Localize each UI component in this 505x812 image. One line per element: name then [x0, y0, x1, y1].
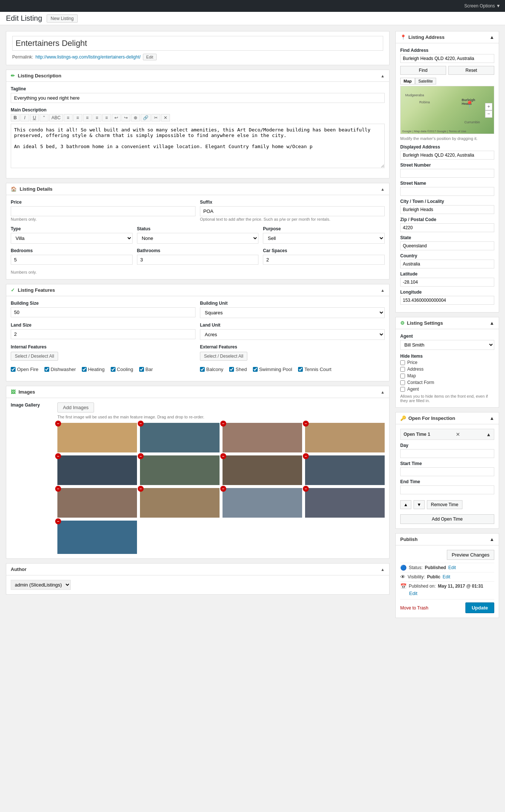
internal-select-deselect-btn[interactable]: Select / Deselect All: [11, 352, 58, 361]
listing-details-toggle[interactable]: ▲: [381, 187, 385, 191]
toolbar-bold[interactable]: B: [11, 114, 20, 121]
listing-details-header[interactable]: 🏠 Listing Details ▲: [6, 183, 389, 195]
author-header[interactable]: Author ▲: [6, 564, 389, 575]
bathrooms-input[interactable]: [137, 255, 259, 265]
status-select[interactable]: None Available Sold: [137, 233, 259, 244]
city-input[interactable]: [400, 205, 494, 214]
edit-permalink-button[interactable]: Edit: [143, 54, 157, 60]
open-time-arrow[interactable]: ▲: [486, 432, 491, 437]
map-zoom-in[interactable]: +: [485, 103, 492, 110]
check-shed[interactable]: Shed: [229, 367, 247, 372]
move-up-button[interactable]: ▲: [400, 500, 411, 509]
find-address-input[interactable]: [400, 54, 494, 63]
purpose-select[interactable]: Sell Rent: [263, 233, 385, 244]
hide-address[interactable]: Address: [400, 367, 494, 372]
publish-toggle[interactable]: ▲: [489, 537, 494, 542]
remove-time-button[interactable]: Remove Time: [427, 500, 462, 509]
find-button[interactable]: Find: [400, 66, 446, 75]
building-size-input[interactable]: [11, 307, 195, 317]
listing-description-toggle[interactable]: ▲: [381, 74, 385, 78]
listing-description-header[interactable]: ✏ Listing Description ▲: [6, 70, 389, 82]
author-toggle[interactable]: ▲: [381, 567, 385, 572]
listing-settings-header[interactable]: ⚙ Listing Settings ▲: [396, 317, 499, 329]
toolbar-link[interactable]: 🔗: [141, 114, 151, 121]
images-header[interactable]: 🖼 Images ▲: [6, 386, 389, 398]
toolbar-align-center[interactable]: ≡: [93, 114, 101, 121]
gallery-remove-10[interactable]: −: [138, 486, 144, 492]
gallery-remove-1[interactable]: −: [55, 421, 61, 427]
external-select-deselect-btn[interactable]: Select / Deselect All: [200, 352, 247, 361]
listing-features-toggle[interactable]: ▲: [381, 288, 385, 293]
day-input[interactable]: [400, 449, 494, 458]
country-input[interactable]: [400, 260, 494, 268]
toolbar-ul[interactable]: ≡: [64, 114, 73, 121]
hide-contact-form[interactable]: Contact Form: [400, 380, 494, 385]
status-edit-link[interactable]: Edit: [448, 565, 456, 570]
street-name-input[interactable]: [400, 187, 494, 196]
toolbar-add[interactable]: ⊕: [131, 114, 140, 121]
move-to-trash-link[interactable]: Move to Trash: [400, 605, 428, 611]
gallery-remove-11[interactable]: −: [220, 486, 226, 492]
map-tab-map[interactable]: Map: [400, 78, 415, 84]
land-size-input[interactable]: [11, 329, 195, 339]
hide-agent[interactable]: Agent: [400, 387, 494, 392]
hide-map[interactable]: Map: [400, 373, 494, 378]
move-down-button[interactable]: ▼: [414, 500, 425, 509]
toolbar-align-left[interactable]: ≡: [83, 114, 92, 121]
toolbar-abc[interactable]: ABC: [49, 114, 63, 121]
toolbar-align-right[interactable]: ≡: [102, 114, 111, 121]
add-open-time-button[interactable]: Add Open Time: [400, 514, 494, 524]
gallery-remove-7[interactable]: −: [220, 453, 226, 459]
displayed-address-input[interactable]: [400, 151, 494, 160]
gallery-remove-3[interactable]: −: [220, 421, 226, 427]
gallery-img-3[interactable]: [223, 423, 302, 452]
gallery-img-7[interactable]: [223, 455, 302, 485]
toolbar-undo[interactable]: ↩: [112, 114, 121, 121]
gallery-remove-9[interactable]: −: [55, 486, 61, 492]
check-balcony[interactable]: Balcony: [200, 367, 223, 372]
gallery-remove-6[interactable]: −: [138, 453, 144, 459]
toolbar-cut[interactable]: ✂: [151, 114, 160, 121]
toolbar-redo[interactable]: ↪: [121, 114, 130, 121]
end-time-input[interactable]: [400, 485, 494, 494]
reset-button[interactable]: Reset: [448, 66, 494, 75]
map-zoom-out[interactable]: −: [485, 110, 492, 118]
open-inspection-header[interactable]: 🔑 Open For Inspection ▲: [396, 412, 499, 424]
main-desc-textarea[interactable]: This condo has it all! So well built and…: [11, 124, 385, 168]
state-input[interactable]: [400, 241, 494, 250]
gallery-remove-4[interactable]: −: [303, 421, 309, 427]
zip-input[interactable]: [400, 223, 494, 232]
check-bar[interactable]: Bar: [139, 367, 153, 372]
add-images-button[interactable]: Add Images: [57, 402, 94, 412]
toolbar-ol[interactable]: ≡: [73, 114, 82, 121]
toolbar-underline[interactable]: U: [30, 114, 39, 121]
check-dishwasher[interactable]: Dishwasher: [44, 367, 76, 372]
post-title-input[interactable]: [12, 36, 383, 51]
gallery-remove-5[interactable]: −: [55, 453, 61, 459]
gallery-img-10[interactable]: [140, 488, 220, 518]
bedrooms-input[interactable]: [11, 255, 133, 265]
map-tab-satellite[interactable]: Satellite: [415, 78, 436, 84]
publish-header[interactable]: Publish ▲: [396, 534, 499, 545]
listing-features-header[interactable]: ✓ Listing Features ▲: [6, 284, 389, 296]
new-listing-button[interactable]: New Listing: [47, 14, 78, 23]
gallery-remove-2[interactable]: −: [138, 421, 144, 427]
update-button[interactable]: Update: [465, 602, 494, 613]
author-select[interactable]: admin (SlicedListings): [11, 580, 71, 590]
street-number-input[interactable]: [400, 169, 494, 178]
listing-settings-toggle[interactable]: ▲: [489, 320, 494, 326]
screen-options-area[interactable]: Screen Options ▼: [460, 3, 505, 9]
check-heating[interactable]: Heating: [82, 367, 105, 372]
gallery-img-13[interactable]: [57, 521, 137, 554]
gallery-img-4[interactable]: [305, 423, 385, 452]
start-time-input[interactable]: [400, 467, 494, 476]
price-input[interactable]: [11, 206, 195, 216]
gallery-remove-13[interactable]: −: [55, 518, 61, 524]
agent-select[interactable]: Bill Smith: [400, 340, 494, 350]
listing-address-toggle[interactable]: ▲: [489, 34, 494, 40]
map-marker[interactable]: 📍: [465, 100, 474, 108]
gallery-remove-8[interactable]: −: [303, 453, 309, 459]
screen-options-button[interactable]: Screen Options ▼: [464, 3, 501, 9]
check-tennis-court[interactable]: Tennis Court: [298, 367, 331, 372]
images-toggle[interactable]: ▲: [381, 390, 385, 394]
